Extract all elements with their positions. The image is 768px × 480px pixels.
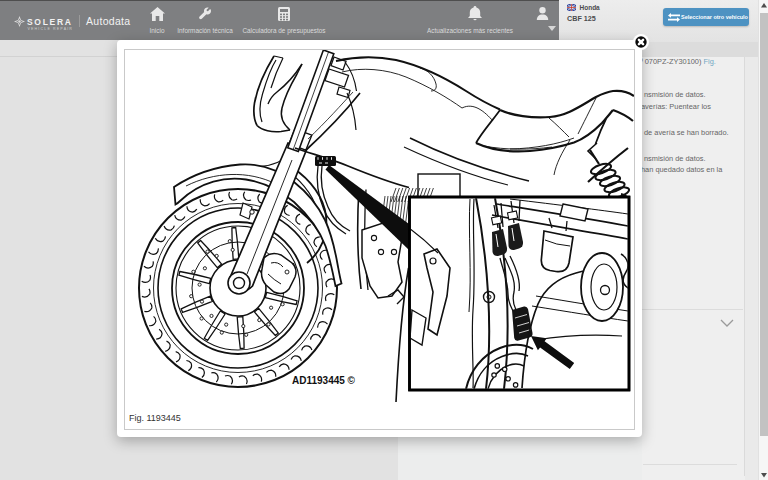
svg-text:AD1193445 ©: AD1193445 © (292, 375, 356, 386)
